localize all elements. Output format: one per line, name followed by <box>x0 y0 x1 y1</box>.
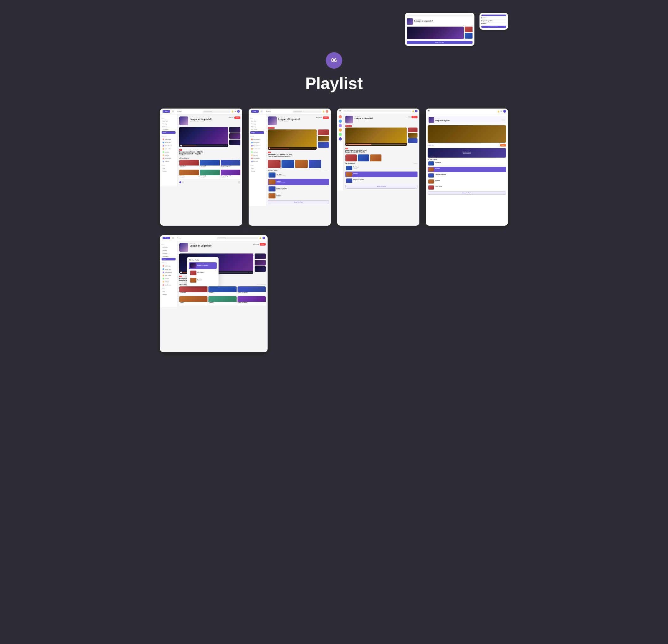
modal-close-btn[interactable]: × <box>215 259 217 261</box>
mini-ri-lol[interactable]: League of Legends® 145 viewers <box>428 173 506 178</box>
pm-lol-b[interactable]: League of Legends® 145 viewers <box>238 296 266 305</box>
pm-sims-2[interactable]: The Sims 2 345 viewers <box>209 286 237 295</box>
shuffle-btn-3[interactable]: ▶ Shuffle <box>407 117 411 118</box>
sidebar-trending[interactable]: Trending <box>162 123 176 125</box>
sm-new-feed[interactable]: New Feed <box>162 246 176 249</box>
search-bar-2[interactable]: Search Everything <box>292 110 321 113</box>
sm-following[interactable]: Following <box>162 252 176 255</box>
shuffle-btn-2[interactable]: ▶ Shuffle play <box>316 117 322 118</box>
top-manage-btn[interactable]: Manage Your Playlist <box>407 41 472 44</box>
ht-2-1[interactable] <box>268 160 280 168</box>
user-avatar-modal[interactable]: U <box>262 237 265 239</box>
ht-2-4[interactable] <box>309 160 321 168</box>
ht-3-3[interactable] <box>370 154 381 161</box>
manage-btn-2[interactable]: Manage Your Playlist <box>268 200 329 204</box>
mini-video[interactable]: ▶ <box>428 125 506 143</box>
playlist-thumb-1[interactable] <box>229 127 240 133</box>
nav-browse-2[interactable]: Browse ▾ <box>265 110 272 113</box>
user-avatar-3[interactable]: U <box>415 110 418 113</box>
sidebar-chat[interactable]: Chat <box>162 167 176 170</box>
video-player-1[interactable]: ▶ 1:23 / 4:56 <box>179 127 228 147</box>
s2-chat[interactable]: Chat <box>250 167 264 170</box>
modal-item-lol[interactable]: League of Legends® <box>189 263 217 269</box>
sm-trending[interactable]: Trending <box>162 249 176 252</box>
video-player-3[interactable]: ▶ <box>345 128 407 146</box>
pi-call-of-duty[interactable]: Call of Duty® 123K views <box>179 160 199 169</box>
pl-thumb-2c[interactable] <box>318 142 329 148</box>
pl-thumb-modal-a[interactable] <box>255 254 266 259</box>
sidebar-playlist[interactable]: Playlist <box>162 131 176 134</box>
playlist-modal[interactable]: 🎮 Your Playlist × League of Legends® <box>187 257 218 286</box>
ri-3-lol[interactable]: League of Legends® 145 viewers <box>345 178 418 183</box>
pm-lol[interactable]: League of Legends® 145 viewers <box>238 286 266 295</box>
pl-thumb-3c[interactable] <box>408 138 418 143</box>
pl-thumb-3b[interactable] <box>408 133 418 138</box>
pi-lol-b[interactable]: League of Legends® 145 viewers <box>221 170 240 179</box>
pi-lol[interactable]: League of Legends® 145 viewers <box>221 160 240 169</box>
mini-ri-fortnite[interactable]: Fortnite® 290 viewers <box>428 167 506 172</box>
sort-label-3[interactable]: Sort by ▾ <box>414 163 418 164</box>
shuffle-btn-modal[interactable]: ▶ Shuffle play <box>253 244 259 245</box>
sm-playlist[interactable]: Playlist <box>162 258 176 260</box>
ht-3-2[interactable] <box>358 154 369 161</box>
sidebar-following[interactable]: Following <box>162 126 176 128</box>
s2-new-feed[interactable]: New Feed <box>250 120 264 122</box>
ri-3-sims[interactable]: The Sims 2 123K views <box>345 165 418 171</box>
ht-2-3[interactable] <box>295 160 308 168</box>
pl-thumb-modal-c[interactable] <box>255 266 266 272</box>
delete-btn-1[interactable]: Delete <box>234 117 240 119</box>
pl-thumb-modal-b[interactable] <box>255 260 266 266</box>
ri-sims-2a[interactable]: The Sims 2 123K views • 234 viewers <box>268 172 329 178</box>
shuffle-btn-1[interactable]: ▶ Shuffle play <box>228 117 233 118</box>
user-avatar-4[interactable] <box>503 110 506 113</box>
mini-ri-fortnite-2[interactable]: Fortnite® 290 viewers <box>428 179 506 184</box>
pi-sims-2[interactable]: The Sims 2 345 viewers <box>200 160 219 169</box>
sort-label-2[interactable]: Sort by: Added Time ▾ <box>320 170 329 170</box>
mini-ri-cod[interactable]: Call of Duty® 123K views <box>428 185 506 190</box>
top-right-manage-btn[interactable]: Manage Your Playlist <box>481 26 506 28</box>
manage-btn-3[interactable]: Manage Your Playlist <box>345 185 418 189</box>
search-bar-1[interactable]: Search Everything <box>203 110 230 113</box>
mini-manage-btn[interactable]: Manage Your Playlist <box>428 192 506 195</box>
s2-playlist[interactable]: Playlist <box>250 131 264 134</box>
sm-settings[interactable]: Settings <box>162 293 176 296</box>
pm-fortnite[interactable]: Fortnite® 290 viewers <box>179 296 208 305</box>
playlist-thumb-2[interactable] <box>229 133 240 139</box>
hamburger-3[interactable] <box>339 110 341 112</box>
sidebar-settings[interactable]: Settings <box>162 170 176 173</box>
pi-fortnite[interactable]: Fortnite® 290 viewers <box>179 170 199 179</box>
ri-fortnite-2[interactable]: Fortnite® 290 viewers • 1.2K views <box>268 179 329 185</box>
ht-3-1[interactable] <box>345 154 357 161</box>
pl-thumb-2a[interactable] <box>318 130 329 135</box>
search-bar-3[interactable]: Search Everything <box>343 110 411 113</box>
delete-btn-3[interactable]: Delete <box>411 116 418 118</box>
nav-browse-modal[interactable]: Browse ▾ <box>177 237 183 239</box>
mini-delete-btn[interactable]: Delete <box>500 144 506 147</box>
playlist-thumb-3[interactable] <box>229 139 240 145</box>
sidebar-your-videos[interactable]: Your Videos <box>162 129 176 131</box>
mini-shuffle[interactable]: ▶ Shuffle play <box>428 145 499 146</box>
sm-your-videos[interactable]: Your Videos <box>162 255 176 258</box>
sidebar-new-feed[interactable]: New Feed <box>162 120 176 122</box>
hamburger-4[interactable] <box>428 110 429 112</box>
s2-settings[interactable]: Settings <box>250 170 264 173</box>
pm-call-of-duty[interactable]: Call of Duty® 123K views <box>179 286 208 295</box>
ri-lol-2[interactable]: League of Legends® 145 viewers • 3.4K vi… <box>268 186 329 192</box>
pm-sims-2b[interactable]: The Sims 2 123K views <box>209 296 237 305</box>
ri-3-fortnite[interactable]: Fortnite® 290 viewers <box>345 171 418 177</box>
nav-browse[interactable]: Browse ▾ <box>177 110 183 113</box>
video-player-2[interactable]: ▶ 2:34 / 5:12 <box>268 130 317 150</box>
ht-2-2[interactable] <box>282 160 294 168</box>
delete-btn-2[interactable]: Delete <box>323 117 329 119</box>
s3-playlist-icon[interactable] <box>339 137 342 140</box>
mini-ri-sims[interactable]: The Sims 2 345 viewers <box>428 161 506 166</box>
sort-label-1[interactable]: Sort by: Added Time ▾ <box>232 158 240 159</box>
s2-trending[interactable]: Trending <box>250 123 264 125</box>
pi-sims-2b[interactable]: The Sims 2 123K views <box>200 170 219 179</box>
sort-label-modal[interactable]: Sort by: Added Time ▾ <box>257 284 266 285</box>
delete-btn-modal[interactable]: Delete <box>260 243 266 245</box>
pl-thumb-3a[interactable] <box>408 128 418 132</box>
pl-thumb-2b[interactable] <box>318 136 329 141</box>
modal-item-cod[interactable]: Call of Duty® <box>189 270 217 276</box>
ri-fortnite-2b[interactable]: Fortnite® 290 viewers <box>268 193 329 199</box>
